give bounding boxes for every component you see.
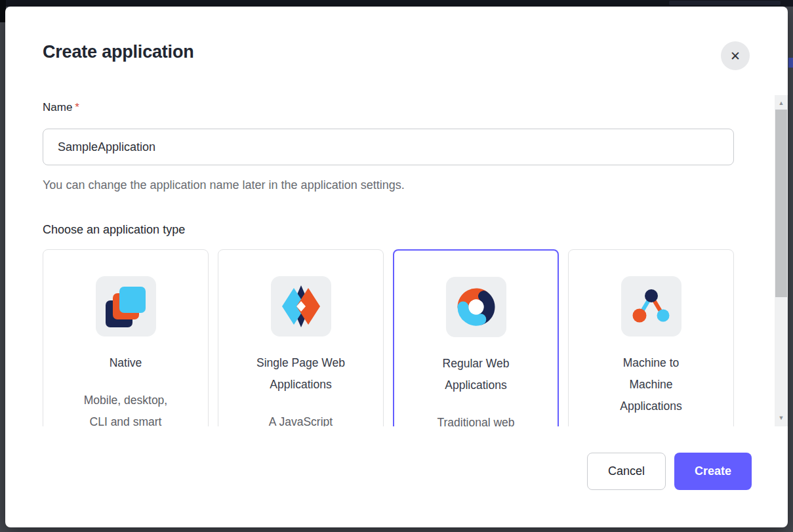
close-button[interactable]: ✕ [721,41,750,70]
screen: Create application ✕ Name* You can chang… [0,0,793,532]
dialog-title: Create application [43,42,193,62]
app-type-card-m2m[interactable]: Machine to Machine Applications [568,249,734,426]
background-page-link-fragment [788,58,793,68]
native-app-icon [96,276,156,337]
cancel-button[interactable]: Cancel [587,453,666,490]
close-icon: ✕ [730,50,741,62]
card-title: Machine to Machine Applications [569,352,733,417]
scroll-up-icon[interactable]: ▲ [775,98,788,108]
dialog-scroll-body: Name* You can change the application nam… [5,95,788,426]
create-button[interactable]: Create [674,453,752,490]
name-label: Name* [43,101,788,114]
card-description: Mobile, desktop, CLI and smart [43,390,208,426]
app-type-card-spa[interactable]: Single Page Web Applications A JavaScrip… [218,249,384,426]
card-title: Native [43,352,208,374]
app-type-card-regular-web[interactable]: Regular Web Applications Traditional web [393,249,559,426]
regular-web-icon-box [446,277,506,337]
spa-icon-box [271,276,331,337]
background-page-topbar [0,0,793,7]
dialog-footer: Cancel Create [587,453,752,490]
machine-to-machine-icon [621,276,681,337]
application-name-input[interactable] [43,129,734,165]
card-title: Regular Web Applications [394,353,558,396]
background-topbar-text-hint [669,1,781,5]
application-type-cards: Native Mobile, desktop, CLI and smart [43,249,734,426]
single-page-app-icon [271,276,331,337]
card-description: Traditional web [394,412,558,426]
application-type-label: Choose an application type [43,223,788,237]
name-helper-text: You can change the application name late… [43,178,788,192]
scroll-down-icon[interactable]: ▼ [775,413,788,422]
scrollbar-thumb[interactable] [775,110,787,297]
regular-web-app-icon [446,277,506,337]
card-description: A JavaScript [218,411,383,426]
dialog-scrollbar[interactable]: ▲ ▼ [775,95,788,426]
native-icon-box [96,276,156,337]
app-type-card-native[interactable]: Native Mobile, desktop, CLI and smart [43,249,209,426]
create-application-dialog: Create application ✕ Name* You can chang… [5,7,788,527]
required-marker: * [75,101,79,113]
m2m-icon-box [621,276,681,337]
card-title: Single Page Web Applications [218,352,383,396]
